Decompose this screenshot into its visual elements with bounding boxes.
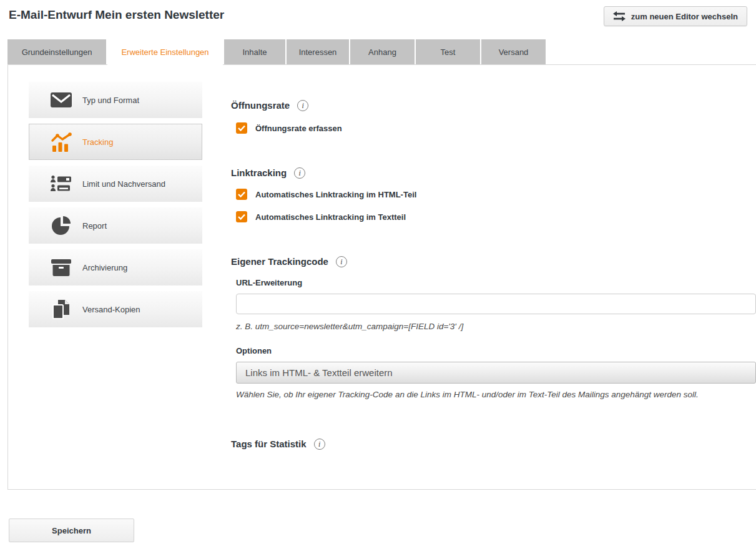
sidebar-item-archivierung[interactable]: Archivierung xyxy=(29,249,202,285)
linktracking-text-checkbox[interactable] xyxy=(236,211,247,222)
section-heading-trackingcode: Eigener Trackingcode i xyxy=(231,256,756,268)
sidebar-item-label: Typ und Format xyxy=(82,96,139,105)
tab-anhang[interactable]: Anhang xyxy=(350,39,415,64)
section-title: Tags für Statistik xyxy=(231,438,307,450)
switch-editor-button[interactable]: zum neuen Editor wechseln xyxy=(604,6,747,26)
linktracking-html-checkbox-label: Automatisches Linktracking im HTML-Teil xyxy=(255,190,416,199)
users-limit-icon xyxy=(50,176,72,192)
section-title: Linktracking xyxy=(231,167,287,179)
settings-sidebar: Typ und Format Tracking xyxy=(29,82,202,333)
tracking-settings-content: Öffnungsrate i Öffnungsrate erfassen Lin… xyxy=(231,99,756,450)
settings-panel: Typ und Format Tracking xyxy=(7,64,756,490)
open-rate-checkbox-label: Öffnungsrate erfassen xyxy=(255,124,342,133)
url-extension-input[interactable] xyxy=(236,294,756,314)
options-label: Optionen xyxy=(236,346,756,355)
swap-arrows-icon xyxy=(613,11,626,21)
section-heading-linktracking: Linktracking i xyxy=(231,167,756,179)
tab-grundeinstellungen[interactable]: Grundeinstellungen xyxy=(7,39,106,64)
options-selected-value: Links im HTML- & Textteil erweitern xyxy=(245,367,393,378)
options-hint: Wählen Sie, ob Ihr eigener Tracking-Code… xyxy=(236,390,756,399)
tab-test[interactable]: Test xyxy=(416,39,480,64)
switch-editor-label: zum neuen Editor wechseln xyxy=(631,12,738,21)
url-extension-hint: z. B. utm_source=newsletter&utm_campaign… xyxy=(236,322,756,331)
archive-box-icon xyxy=(50,259,72,276)
pie-chart-icon xyxy=(50,216,72,236)
tab-bar: Grundeinstellungen Erweiterte Einstellun… xyxy=(7,39,756,64)
check-icon xyxy=(238,191,245,197)
page-title: E-Mail-Entwurf Mein ersten Newsletter xyxy=(9,8,224,22)
section-heading-tags: Tags für Statistik i xyxy=(231,438,756,450)
url-extension-label: URL-Erweiterung xyxy=(236,278,756,287)
linktracking-html-checkbox[interactable] xyxy=(236,189,247,200)
trend-chart-icon xyxy=(50,132,72,152)
section-title: Eigener Trackingcode xyxy=(231,256,328,268)
check-icon xyxy=(238,214,245,220)
info-icon[interactable]: i xyxy=(297,100,308,111)
sidebar-item-limit-und-nachversand[interactable]: Limit und Nachversand xyxy=(29,166,202,202)
sidebar-item-versand-kopien[interactable]: Versand-Kopien xyxy=(29,291,202,327)
sidebar-item-label: Versand-Kopien xyxy=(82,305,140,314)
section-title: Öffnungsrate xyxy=(231,99,290,112)
linktracking-html-checkbox-row: Automatisches Linktracking im HTML-Teil xyxy=(236,189,756,200)
sidebar-item-typ-und-format[interactable]: Typ und Format xyxy=(29,82,202,118)
linktracking-text-checkbox-label: Automatisches Linktracking im Textteil xyxy=(255,212,406,222)
tab-inhalte[interactable]: Inhalte xyxy=(224,39,285,64)
options-select[interactable]: Links im HTML- & Textteil erweitern xyxy=(236,362,756,384)
tab-erweiterte-einstellungen[interactable]: Erweiterte Einstellungen xyxy=(107,39,223,65)
envelope-icon xyxy=(50,92,72,107)
tab-versand[interactable]: Versand xyxy=(481,39,546,64)
linktracking-text-checkbox-row: Automatisches Linktracking im Textteil xyxy=(236,211,756,222)
sidebar-item-tracking[interactable]: Tracking xyxy=(29,124,202,160)
copies-icon xyxy=(50,300,72,319)
check-icon xyxy=(238,125,245,131)
open-rate-checkbox-row: Öffnungsrate erfassen xyxy=(236,122,756,134)
info-icon[interactable]: i xyxy=(336,256,347,267)
sidebar-item-label: Report xyxy=(82,221,107,231)
save-button[interactable]: Speichern xyxy=(9,519,134,542)
sidebar-item-label: Tracking xyxy=(82,137,113,147)
info-icon[interactable]: i xyxy=(314,439,325,450)
sidebar-item-label: Limit und Nachversand xyxy=(82,179,165,189)
sidebar-item-label: Archivierung xyxy=(82,263,127,272)
section-heading-open-rate: Öffnungsrate i xyxy=(231,99,756,112)
tab-interessen[interactable]: Interessen xyxy=(287,39,349,64)
info-icon[interactable]: i xyxy=(294,167,305,179)
sidebar-item-report[interactable]: Report xyxy=(29,207,202,244)
open-rate-checkbox[interactable] xyxy=(236,122,247,134)
